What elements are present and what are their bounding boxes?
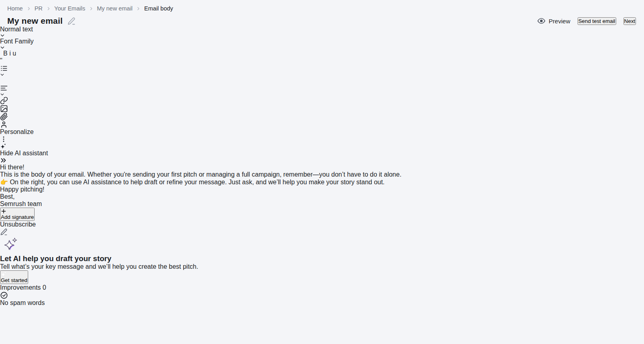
edit-unsubscribe-icon[interactable] <box>0 228 644 236</box>
image-icon <box>0 105 644 113</box>
sparkle-icon <box>0 143 644 150</box>
improvements-title: Improvements <box>0 284 41 291</box>
breadcrumb-item-my-new-email[interactable]: My new email <box>97 5 133 12</box>
email-signoff: Best,Semrush team <box>0 193 644 208</box>
get-started-button[interactable]: Get started <box>0 270 28 284</box>
font-family-select[interactable]: Font Family <box>0 38 644 50</box>
personalize-button[interactable]: Personalize <box>0 121 644 135</box>
breadcrumb-item-pr[interactable]: PR <box>35 5 43 12</box>
attachment-button[interactable] <box>0 113 644 121</box>
breadcrumb-item-email-body: Email body <box>144 5 173 12</box>
email-paragraph: 👉 On the right, you can use AI assistanc… <box>0 178 644 186</box>
font-family-value: Font Family <box>0 38 34 45</box>
preview-button[interactable]: Preview <box>537 17 570 25</box>
ai-draft-card: Let AI help you draft your story Tell wh… <box>0 236 644 284</box>
chevron-down-icon <box>0 33 644 38</box>
insert-image-button[interactable] <box>0 105 644 113</box>
double-chevron-right-icon <box>0 157 644 164</box>
ai-assistant-panel: Let AI help you draft your story Tell wh… <box>0 236 644 307</box>
underline-button[interactable]: u <box>12 50 16 57</box>
improvements-section: Improvements 0 No spam words <box>0 284 644 307</box>
next-button[interactable]: Next <box>623 17 636 25</box>
chevron-down-icon <box>0 45 644 50</box>
editor-toolbar: Normal text Font Family B i u " <box>0 26 644 164</box>
top-bar: Home PR Your Emails My new email Email b… <box>0 0 644 26</box>
plus-icon <box>1 208 34 214</box>
add-signature-button[interactable]: Add signature <box>0 208 35 221</box>
breadcrumb-item-home[interactable]: Home <box>7 5 23 12</box>
bullet-list-icon <box>0 64 644 72</box>
chevron-down-icon <box>0 72 644 77</box>
ai-sparkles-icon <box>0 236 644 254</box>
italic-button[interactable]: i <box>9 50 11 57</box>
email-paragraph: Hi there! <box>0 164 644 171</box>
unsubscribe-label: Unsubscribe <box>0 221 36 228</box>
email-editor-card: Normal text Font Family B i u " <box>0 26 644 307</box>
email-body-editor[interactable]: Hi there! This is the body of your email… <box>0 164 644 236</box>
improvement-item-no-spam-words: No spam words <box>0 291 644 307</box>
more-options-button[interactable] <box>0 136 644 143</box>
signoff-line: Semrush team <box>0 200 42 207</box>
hide-ai-assistant-button[interactable]: Hide AI assistant <box>0 143 644 164</box>
unsubscribe-link[interactable]: Unsubscribe <box>0 221 644 236</box>
bullet-list-button[interactable] <box>0 64 644 77</box>
send-test-email-button[interactable]: Send test email <box>578 17 616 25</box>
align-left-icon <box>0 84 644 92</box>
edit-title-icon[interactable] <box>67 17 76 25</box>
paperclip-icon <box>0 113 644 121</box>
chevron-right-icon <box>89 6 93 11</box>
ai-card-description: Tell what’s your key message and we’ll h… <box>0 263 644 270</box>
chevron-down-icon <box>0 92 644 97</box>
align-button[interactable] <box>0 84 644 97</box>
hide-ai-assistant-label: Hide AI assistant <box>0 150 48 157</box>
ai-card-title: Let AI help you draft your story <box>0 254 644 263</box>
improvement-item-label: No spam words <box>0 299 45 306</box>
personalize-label: Personalize <box>0 128 34 135</box>
link-icon <box>0 97 644 105</box>
kebab-menu-icon <box>0 136 644 143</box>
email-body-text: Hi there! This is the body of your email… <box>0 164 644 208</box>
sparkle-icon <box>1 271 27 277</box>
get-started-label: Get started <box>1 277 27 283</box>
eye-icon <box>537 17 545 25</box>
breadcrumb-item-your-emails[interactable]: Your Emails <box>54 5 85 12</box>
add-signature-label: Add signature <box>1 214 34 220</box>
breadcrumb: Home PR Your Emails My new email Email b… <box>7 5 636 12</box>
email-paragraph: This is the body of your email. Whether … <box>0 171 644 178</box>
blockquote-button[interactable]: " <box>0 57 2 64</box>
email-paragraph: Happy pitching! <box>0 186 644 193</box>
chevron-right-icon <box>136 6 140 11</box>
link-button[interactable] <box>0 97 644 105</box>
text-style-select[interactable]: Normal text <box>0 26 644 38</box>
check-circle-icon <box>0 291 644 299</box>
text-style-value: Normal text <box>0 26 33 33</box>
chevron-right-icon <box>27 6 31 11</box>
signoff-line: Best, <box>0 193 14 200</box>
bold-button[interactable]: B <box>3 50 8 57</box>
improvements-count: 0 <box>43 284 46 291</box>
person-icon <box>0 121 644 128</box>
chevron-right-icon <box>46 6 51 11</box>
page-title: My new email <box>7 16 63 26</box>
preview-label: Preview <box>549 18 570 25</box>
